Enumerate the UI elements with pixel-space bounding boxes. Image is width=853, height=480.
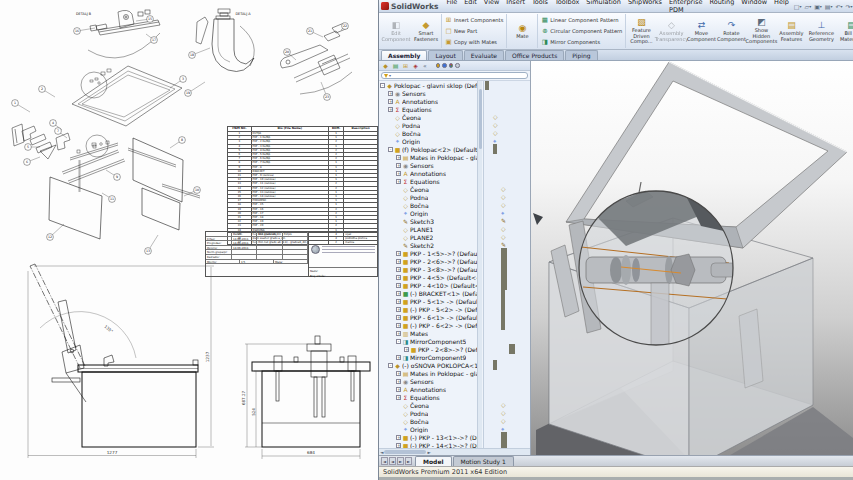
expand-toggle[interactable]: + [396,355,401,360]
display-pane-cell[interactable] [484,81,530,89]
expand-toggle[interactable]: - [388,147,393,152]
menu-item[interactable]: Simulation [583,0,624,14]
tree-item[interactable]: + ▤ Mates in Poklopac - glavn [379,153,477,161]
tree-item[interactable]: + ■ PKP - 2<6>->? (Default<< [379,257,477,265]
display-pane-cell[interactable] [484,313,530,321]
display-pane-cell[interactable] [484,273,530,281]
display-mode-header-icon[interactable] [442,63,447,68]
command-tab[interactable]: Layout [428,50,462,60]
tree-item[interactable]: + ▤ Mates in Poklopac - glavn [379,369,477,377]
quick-access-button[interactable]: ↶▾ [835,3,844,10]
expand-toggle[interactable]: + [396,259,401,264]
tree-item[interactable]: ◇ Bočna [379,201,477,209]
copy-with-mates-button[interactable]: ▣Copy with Mates [445,38,503,46]
tree-item[interactable]: - ■ (f) Poklopac<2> (Default<Dis [379,145,477,153]
expand-toggle[interactable]: + [396,251,401,256]
expand-toggle[interactable]: + [396,275,401,280]
transparency-header-icon[interactable] [455,63,460,68]
first-tab-icon[interactable]: ◄ [381,457,388,465]
display-pane-cell[interactable] [484,297,530,305]
expand-toggle[interactable]: + [396,435,401,440]
feature-driven-button[interactable]: ▧Feature Driven Compo... [626,14,656,48]
quick-access-button[interactable]: ▱▾ [804,3,813,10]
display-pane-cell[interactable]: ✎ [484,241,530,249]
expand-toggle[interactable]: + [396,163,401,168]
tree-item[interactable]: ⌖ Origin [379,137,477,145]
expand-toggle[interactable]: + [396,331,401,336]
display-pane-cell[interactable]: ◇ [484,409,530,417]
display-pane-cell[interactable] [484,337,530,345]
command-tab[interactable]: Assembly [381,50,427,60]
assembly-transparency-button[interactable]: ◇Assembly Transparency [656,14,686,48]
scroll-left-icon[interactable]: ◄ [380,450,383,455]
menu-item[interactable]: File [443,0,460,14]
3d-viewport[interactable] [531,61,853,455]
menu-item[interactable]: View [481,0,502,14]
display-pane-cell[interactable] [484,369,530,377]
collapse-panel-icon[interactable]: « [423,62,427,69]
tree-item[interactable]: - ◆ (-) oSNOVA POKLOPCA<1> ( [379,361,477,369]
tree-item[interactable]: + ■ (-) PKP - 5<2> -> (Default [379,305,477,313]
display-pane-cell[interactable] [484,305,530,313]
assembly-features-button[interactable]: ▤Assembly Features [776,14,806,48]
display-pane-cell[interactable] [484,329,530,337]
display-pane-cell[interactable]: ◇ [484,121,530,129]
tree-item[interactable]: + ■ (-) BRACKET<1> (Default- [379,289,477,297]
display-pane-cell[interactable]: ◇ [484,233,530,241]
display-pane-cell[interactable]: ◇ [484,401,530,409]
quick-access-button[interactable]: ▣▾ [813,3,823,10]
quick-access-button[interactable]: ▤▾ [824,3,834,10]
tree-item[interactable]: ⌖ Origin [379,425,477,433]
tree-item[interactable]: + Σ Equations [379,105,477,113]
move-component-button[interactable]: ⇄Move Component [686,14,716,48]
configurationmanager-icon[interactable]: ⊞ [401,62,410,69]
display-pane-cell[interactable]: ◇ [484,417,530,425]
display-pane-cell[interactable]: ◇ [484,129,530,137]
tree-item[interactable]: ◇ Čeona [379,185,477,193]
tree-item[interactable]: ◇ Bočna [379,129,477,137]
tree-item[interactable]: + ■ PKP - 4<5> (Default<<De [379,273,477,281]
tree-item[interactable]: + ■ PKP - 3<8>->? (Default<< [379,265,477,273]
insert-components-button[interactable]: ⊞Insert Components [445,16,503,24]
expand-toggle[interactable]: + [404,347,409,352]
document-tab[interactable]: Model [415,456,452,466]
tree-item[interactable]: - ◆ Poklopac - glavni sklop (Default- [379,81,477,89]
tree-item[interactable]: + ■ PKP - 4<10> (Default<<D [379,281,477,289]
display-pane-cell[interactable] [484,281,530,289]
display-pane-cell[interactable] [484,89,530,97]
tree-item[interactable]: + ■ PKP - 5<1> -> (Default<< [379,297,477,305]
linear-pattern-button[interactable]: ▦Linear Component Pattern [541,16,622,24]
expand-toggle[interactable]: + [396,443,401,448]
tree-item[interactable]: ◇ Podna [379,193,477,201]
expand-toggle[interactable]: + [388,91,393,96]
command-tab[interactable]: Piping [565,50,597,60]
display-pane-cell[interactable] [484,169,530,177]
show-hidden-button[interactable]: ◩Show Hidden Components [746,14,776,48]
quick-access-button[interactable]: ↷▾ [845,3,853,10]
display-pane-cell[interactable] [484,161,530,169]
document-tab[interactable]: Motion Study 1 [453,456,514,466]
appearance-header-icon[interactable] [449,63,454,68]
tree-item[interactable]: ✎ Sketch3 [379,217,477,225]
reference-geometry-button[interactable]: ⊥Reference Geometry [806,14,836,48]
display-pane-cell[interactable] [484,257,530,265]
tree-vertical-scrollbar[interactable] [477,81,482,448]
expand-toggle[interactable]: - [396,339,401,344]
filter-input[interactable]: ▾ [381,72,528,79]
display-pane-cell[interactable] [484,345,530,353]
menu-item[interactable]: Tools [529,0,551,14]
expand-toggle[interactable]: - [388,363,393,368]
scroll-thumb[interactable] [384,450,426,455]
tree-item[interactable]: ◇ Podna [379,121,477,129]
display-pane-cell[interactable] [484,289,530,297]
menu-item[interactable]: Routing [706,0,737,14]
display-pane-cell[interactable]: ◇ [484,201,530,209]
display-pane-cell[interactable] [484,153,530,161]
expand-toggle[interactable]: + [396,283,401,288]
display-pane-cell[interactable]: ◇ [484,225,530,233]
smart-fasteners-button[interactable]: ◆Smart Fasteners [411,14,441,48]
tree-item[interactable]: ◇ Podna [379,409,477,417]
tree-item[interactable]: ◇ Bočna [379,417,477,425]
display-pane-cell[interactable]: ⌖ [484,425,530,433]
display-pane-cell[interactable] [484,105,530,113]
